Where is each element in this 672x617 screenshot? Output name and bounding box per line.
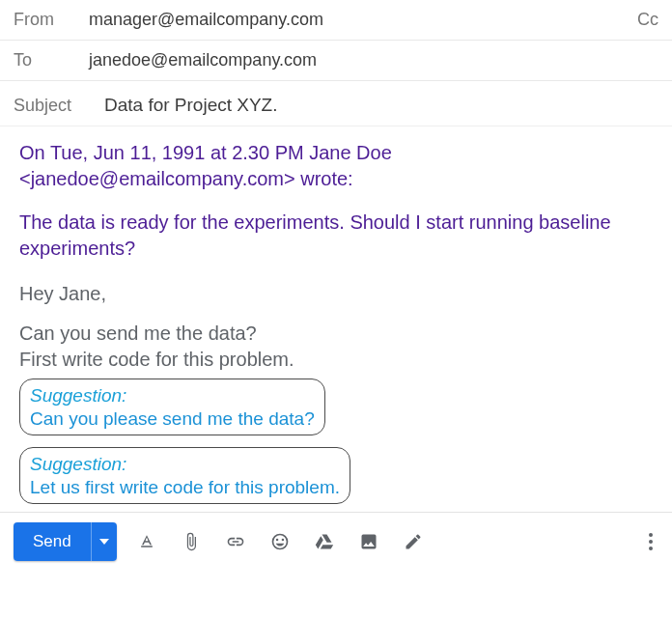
compose-toolbar: Send bbox=[0, 512, 672, 569]
insert-image-icon[interactable] bbox=[358, 531, 379, 552]
svg-point-0 bbox=[649, 533, 653, 537]
send-button[interactable]: Send bbox=[14, 522, 91, 561]
svg-point-1 bbox=[649, 540, 653, 544]
suggestion-2[interactable]: Suggestion: Let us first write code for … bbox=[19, 447, 350, 504]
pen-icon[interactable] bbox=[403, 531, 424, 552]
reply-line-1: Can you send me the data? bbox=[19, 321, 653, 347]
chevron-down-icon bbox=[99, 539, 109, 545]
to-row: To janedoe@emailcompany.com bbox=[0, 41, 672, 81]
subject-field[interactable]: Data for Project XYZ. bbox=[104, 95, 658, 116]
quoted-header: On Tue, Jun 11, 1991 at 2.30 PM Jane Doe… bbox=[19, 140, 653, 192]
send-dropdown[interactable] bbox=[91, 522, 117, 561]
cc-button[interactable]: Cc bbox=[637, 10, 658, 30]
quoted-message: The data is ready for the experiments. S… bbox=[19, 210, 653, 262]
suggestion-1-text: Can you please send me the data? bbox=[30, 407, 315, 431]
subject-label: Subject bbox=[14, 96, 104, 116]
email-body[interactable]: On Tue, Jun 11, 1991 at 2.30 PM Jane Doe… bbox=[0, 126, 672, 512]
send-group: Send bbox=[14, 522, 117, 561]
toolbar-icons bbox=[136, 531, 624, 552]
to-label: To bbox=[14, 50, 89, 70]
suggestion-2-text: Let us first write code for this problem… bbox=[30, 476, 340, 499]
more-options-icon[interactable] bbox=[643, 533, 658, 550]
from-row: From manager@emailcompany.com Cc bbox=[0, 0, 672, 41]
reply-greeting: Hey Jane, bbox=[19, 281, 653, 307]
format-text-icon[interactable] bbox=[136, 531, 157, 552]
subject-row: Subject Data for Project XYZ. bbox=[0, 81, 672, 126]
from-label: From bbox=[14, 10, 89, 30]
to-field[interactable]: janedoe@emailcompany.com bbox=[89, 50, 658, 70]
suggestion-label: Suggestion: bbox=[30, 385, 126, 406]
emoji-icon[interactable] bbox=[269, 531, 291, 552]
suggestion-1[interactable]: Suggestion: Can you please send me the d… bbox=[19, 379, 325, 435]
reply-line-2: First write code for this problem. bbox=[19, 347, 653, 373]
from-field[interactable]: manager@emailcompany.com bbox=[89, 10, 637, 30]
insert-link-icon[interactable] bbox=[225, 531, 246, 552]
svg-point-2 bbox=[649, 547, 653, 550]
suggestion-label: Suggestion: bbox=[30, 454, 126, 474]
drive-icon[interactable] bbox=[314, 531, 335, 552]
attach-file-icon[interactable] bbox=[181, 531, 202, 552]
